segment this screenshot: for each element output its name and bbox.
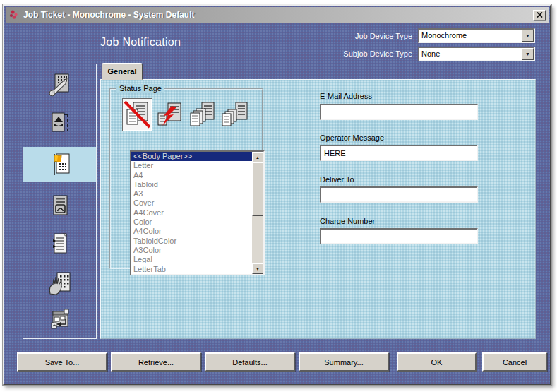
paper-stock-icon [48,110,72,136]
list-item[interactable]: A4Cover [131,208,252,218]
job-flow-icon [47,309,73,333]
subjob-device-type-select[interactable]: None ▼ [418,47,535,61]
general-panel: Status Page [100,79,536,339]
sidebar-item-job-notification[interactable] [23,147,96,182]
status-option-before-job[interactable] [187,98,217,131]
page-title: Job Notification [100,36,181,49]
job-device-type-label: Job Device Type [292,32,412,40]
summary-button[interactable]: Summary... [299,352,389,372]
status-page-paper-list[interactable]: <<Body Paper>> Letter A4 Tabloid A3 Cove… [130,150,265,275]
status-page-group-label: Status Page [116,84,164,93]
list-item[interactable]: Tabloid [131,180,252,189]
list-item[interactable]: Legal [131,255,252,264]
charge-number-label: Charge Number [320,217,375,225]
list-item[interactable]: Color [131,218,252,227]
deliver-to-field[interactable] [320,186,478,203]
job-device-type-value: Monochrome [419,30,534,40]
list-item[interactable]: LetterTab [131,265,252,274]
job-ticket-dialog: Job Ticket - Monochrome - System Default… [3,4,551,385]
covers-icon [48,194,72,219]
list-item[interactable]: Letter [131,161,252,170]
operator-message-field[interactable] [320,145,478,161]
status-page-error-icon [155,100,184,129]
titlebar: Job Ticket - Monochrome - System Default [6,7,549,23]
list-item[interactable]: A3Color [131,246,252,255]
operator-message-label: Operator Message [320,133,384,142]
list-item[interactable]: TabloidColor [131,237,252,246]
sidebar-item-job-flow[interactable] [23,303,96,338]
job-notification-icon [47,151,73,178]
close-icon [537,12,543,18]
app-icon [8,9,20,20]
scroll-up-icon[interactable]: ▲ [252,152,263,162]
status-option-on-error[interactable] [155,98,184,131]
sidebar-item-manual-operations[interactable] [23,266,96,301]
status-page-after-icon [220,100,248,129]
retrieve-button[interactable]: Retrieve... [111,352,201,372]
subjob-device-type-value: None [419,48,534,58]
email-address-label: E-Mail Address [320,92,372,100]
sidebar-item-covers[interactable] [23,189,96,224]
list-item[interactable]: <<Body Paper>> [131,152,252,161]
paper-list-rows: <<Body Paper>> Letter A4 Tabloid A3 Cove… [131,152,252,274]
sidebar [23,64,97,339]
list-item[interactable]: Cover [131,198,252,208]
subjob-device-type-label: Subjob Device Type [292,49,412,58]
status-page-options [122,98,249,131]
ok-button[interactable]: OK [397,352,477,372]
charge-number-field[interactable] [320,228,478,244]
status-option-after-job[interactable] [220,98,249,131]
email-address-field[interactable] [320,104,478,120]
job-log-icon [48,232,72,257]
paper-list-scrollbar[interactable]: ▲ ▼ [252,152,263,274]
tab-general-label: General [108,67,137,76]
sidebar-item-job-log[interactable] [23,227,96,262]
close-button[interactable] [533,10,546,20]
status-page-group: Status Page [109,88,263,269]
sidebar-item-job-setup[interactable] [23,68,96,103]
tab-general[interactable]: General [102,63,143,80]
scrollbar-thumb[interactable] [252,162,263,216]
save-to-button[interactable]: Save To... [17,352,107,372]
defaults-button[interactable]: Defaults... [205,352,295,372]
window-title: Job Ticket - Monochrome - System Default [23,10,195,20]
deliver-to-label: Deliver To [320,175,354,184]
list-item[interactable]: A3 [131,189,252,198]
chevron-down-icon[interactable]: ▼ [522,30,534,42]
list-item[interactable]: A4 [131,171,252,180]
status-option-no-status-page[interactable] [122,98,152,131]
job-device-type-select[interactable]: Monochrome ▼ [418,28,535,43]
job-setup-icon [48,73,72,98]
scroll-down-icon[interactable]: ▼ [252,263,263,274]
no-status-page-icon [123,100,151,129]
chevron-down-icon[interactable]: ▼ [522,48,534,60]
list-item[interactable]: A4Color [131,227,252,236]
cancel-button[interactable]: Cancel [482,352,547,372]
sidebar-item-paper-stock[interactable] [23,105,96,141]
manual-operations-icon [47,271,73,296]
status-page-before-icon [188,100,216,129]
